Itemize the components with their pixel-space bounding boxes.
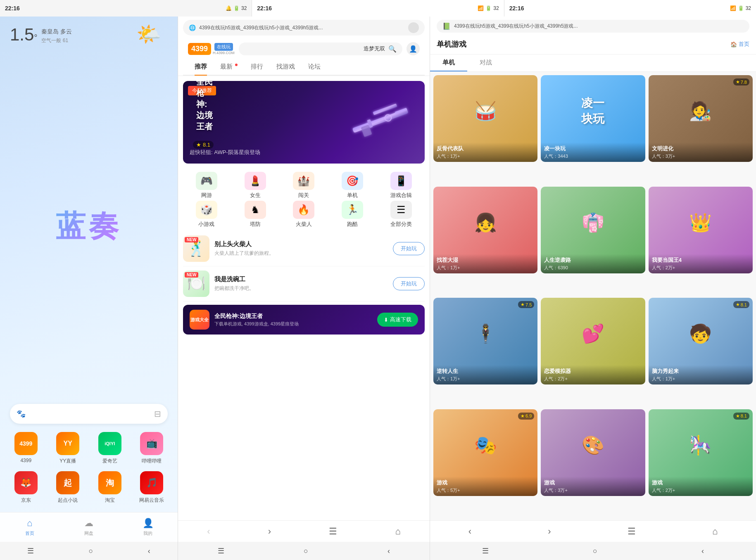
sys-nav-2: ☰ ○ ‹ [178, 542, 430, 560]
tab-danji[interactable]: 单机 [430, 55, 467, 71]
game-card-game10[interactable]: 🎭 ★ 6.9 游戏 人气：5万+ [433, 409, 537, 496]
browser-forward-btn[interactable]: › [262, 523, 278, 540]
tab-luntan[interactable]: 论坛 [302, 59, 327, 75]
cloud-icon: ☁ [84, 518, 93, 529]
app-taobao[interactable]: 淘 淘宝 [92, 471, 128, 504]
game-card-lingyikuai[interactable]: 凌一块玩 凌一块玩 人气：3443 [541, 75, 645, 162]
nav-home[interactable]: ⌂ 首页 [0, 518, 59, 536]
game-card-pop-game12: 人气：2万+ [652, 487, 749, 494]
game-card-pop-lingyikuai: 人气：3443 [544, 153, 642, 159]
tab-zhaoyouxi[interactable]: 找游戏 [270, 59, 302, 75]
game-card-game11[interactable]: 🎨 游戏 人气：3万+ [541, 409, 645, 496]
nav-cloud[interactable]: ☁ 网盘 [59, 518, 118, 536]
cat-hecheng[interactable]: 📱 游戏合辑 [378, 172, 425, 199]
browser-home-btn[interactable]: ⌂ [389, 523, 407, 540]
download-title: 全民枪神:边境王者 [214, 313, 372, 320]
url-bar[interactable]: 🌐 4399在线玩h5游戏_4399在线玩h5小游戏_4399h5游戏... [183, 20, 425, 36]
game-card-name-naoli: 脑力秀起来 [652, 368, 749, 375]
cat-label-wangyou: 网游 [201, 192, 212, 199]
sys-home-btn-1[interactable]: ○ [81, 543, 102, 559]
tab-tuijian[interactable]: 推荐 [188, 59, 214, 75]
games-home-link[interactable]: 🏠 首页 [730, 40, 749, 48]
games-bottom-nav: ‹ › ☰ ⌂ [430, 520, 756, 542]
games-home-btn[interactable]: ⌂ [706, 523, 724, 540]
download-btn[interactable]: ⬇ 高速下载 [377, 313, 418, 327]
tab-zuixin[interactable]: 最新 [214, 59, 244, 75]
cat-label-hecheng: 游戏合辑 [390, 192, 412, 199]
sys-home-btn-3[interactable]: ○ [585, 543, 606, 559]
cat-danjl[interactable]: 🎯 单机 [329, 172, 376, 199]
tab-paihang[interactable]: 排行 [244, 59, 270, 75]
game-card-zhaocu[interactable]: 👧 找茬大湿 人气：1万+ [433, 187, 537, 273]
game-card-game12[interactable]: 🎠 ★ 8.1 游戏 人气：2万+ [649, 409, 753, 496]
game-card-fangui[interactable]: 🥁 反骨代表队 人气：1万+ [433, 75, 537, 162]
browser-back-btn[interactable]: ‹ [200, 523, 216, 540]
app-iqiyi[interactable]: iQIYI 爱奇艺 [92, 432, 128, 465]
game-card-name-lianai: 恋爱模拟器 [544, 368, 642, 375]
sys-back-btn-2[interactable]: ‹ [379, 543, 398, 559]
nvsheng-icon: 💄 [249, 175, 262, 187]
sys-home-btn-2[interactable]: ○ [295, 543, 316, 559]
app-bilibili[interactable]: 📺 哔哩哔哩 [134, 432, 170, 465]
download-icon: ⬇ [384, 317, 388, 323]
cat-wangyou[interactable]: 🎮 网游 [183, 172, 230, 199]
cat-guanqia[interactable]: 🏰 闯关 [281, 172, 328, 199]
sys-menu-btn-2[interactable]: ☰ [209, 543, 233, 559]
game-card-rating-wenming: ★ 7.8 [733, 78, 749, 85]
site-search-input[interactable] [245, 46, 360, 52]
app-4399[interactable]: 4399 4399 [8, 432, 44, 465]
game-card-info-zhaocu: 找茬大湿 人气：1万+ [433, 254, 537, 273]
user-avatar-btn[interactable]: 👤 [407, 42, 420, 55]
xiaoyouxi-icon: 🎲 [200, 204, 213, 216]
app-qidian[interactable]: 起 起点小说 [50, 471, 86, 504]
download-subtitle: 下载单机游戏, 4399游戏盒, 4399星痕登场 [214, 321, 372, 327]
app-icon-bilibili: 📺 [140, 432, 163, 455]
game-play-btn-bieshang[interactable]: 开始玩 [393, 242, 425, 255]
game-desc-xiwanwan: 把碗都洗干净吧。 [214, 285, 388, 292]
cat-tafang[interactable]: ♞ 塔防 [232, 201, 279, 228]
hero-banner[interactable]: 今日推荐 [183, 81, 425, 164]
tab-duizhan[interactable]: 对战 [467, 55, 504, 71]
game-card-wenming[interactable]: 🧑‍🎨 ★ 7.8 文明进化 人气：3万+ [649, 75, 753, 162]
nav-profile[interactable]: 👤 我的 [119, 518, 178, 536]
game-card-name-game12: 游戏 [652, 479, 749, 486]
search-bar-home[interactable]: 🐾 ⊟ [10, 404, 168, 424]
quanbu-icon: ☰ [397, 204, 406, 216]
game-card-woyao[interactable]: 👑 我要当国王4 人气：2万+ [649, 187, 753, 273]
app-jd[interactable]: 🦊 京东 [8, 471, 44, 504]
browser-menu-btn[interactable]: ☰ [322, 523, 344, 540]
games-forward-btn[interactable]: › [541, 523, 557, 540]
cat-nvsheng[interactable]: 💄 女生 [232, 172, 279, 199]
games-tabs: 单机 对战 [430, 55, 756, 72]
cat-paoku[interactable]: 🏃 跑酷 [329, 201, 376, 228]
game-play-btn-xiwanwan[interactable]: 开始玩 [393, 277, 425, 290]
danjl-icon: 🎯 [346, 175, 359, 187]
url-text: 4399在线玩h5游戏_4399在线玩h5小游戏_4399h5游戏... [199, 24, 405, 31]
sys-back-btn-3[interactable]: ‹ [693, 543, 712, 559]
games-menu-btn[interactable]: ☰ [621, 523, 642, 540]
app-163[interactable]: 🎵 网易云音乐 [134, 471, 170, 504]
games-url-bar[interactable]: 📗 4399在线玩h5游戏_4399在线玩h5小游戏_4399h5游戏... [437, 20, 749, 33]
cat-xiaoyouxi[interactable]: 🎲 小游戏 [183, 201, 230, 228]
sys-back-btn-1[interactable]: ‹ [140, 543, 159, 559]
weather-location: 秦皇岛 多云 [41, 28, 72, 36]
qr-icon[interactable]: ⊟ [154, 409, 161, 419]
cat-huozhu[interactable]: 🔥 火柴人 [281, 201, 328, 228]
game-card-naoli[interactable]: 🧒 ★ 8.1 脑力秀起来 人气：1万+ [649, 298, 753, 384]
sys-menu-btn-3[interactable]: ☰ [474, 543, 497, 559]
status-icons-1: 🔔 🔋 32 [226, 5, 247, 11]
star-icon: ★ [196, 142, 201, 148]
huozhu-icon: 🔥 [297, 204, 310, 216]
games-back-btn[interactable]: ‹ [462, 523, 478, 540]
site-search[interactable]: 造梦无双 🔍 [239, 43, 402, 55]
game-card-pop-nixiao: 人气：6390 [544, 265, 642, 271]
cat-quanbu[interactable]: ☰ 全部分类 [378, 201, 425, 228]
app-yy[interactable]: YY YY直播 [50, 432, 86, 465]
site-badge: 在线玩 [214, 43, 233, 51]
star-icon-wenming: ★ [736, 79, 740, 85]
sys-menu-btn-1[interactable]: ☰ [19, 543, 42, 559]
game-card-lianai[interactable]: 💕 恋爱模拟器 人气：2万+ [541, 298, 645, 384]
game-card-nixiao[interactable]: 👘 人生逆袭路 人气：6390 [541, 187, 645, 273]
game-card-nizhuan[interactable]: 🕴️ ★ 7.5 逆转人生 人气：1万+ [433, 298, 537, 384]
search-submit-icon[interactable]: 🔍 [388, 45, 397, 53]
